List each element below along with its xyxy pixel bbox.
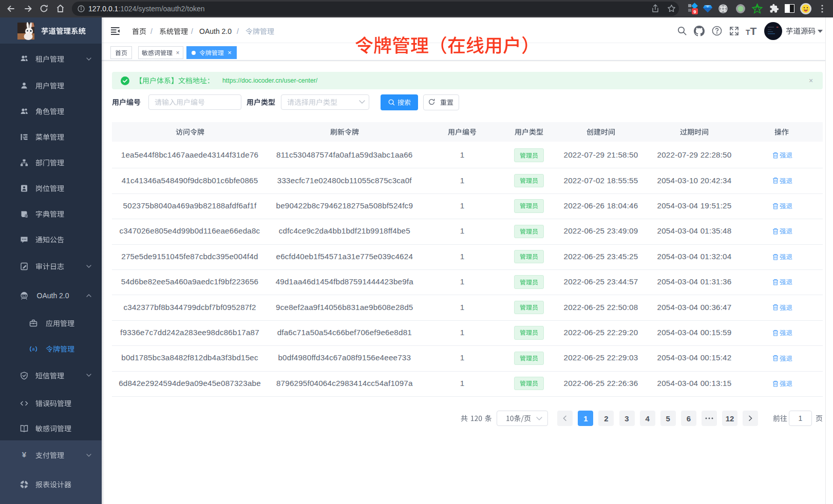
svg-text:9: 9	[693, 9, 696, 14]
svg-text:¥: ¥	[22, 450, 27, 459]
svg-text:a: a	[32, 346, 34, 352]
